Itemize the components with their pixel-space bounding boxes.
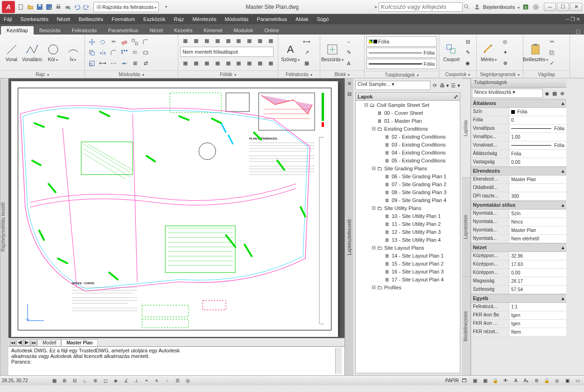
prop-row[interactable]: FKR ikon ...Igen <box>471 320 566 328</box>
util1-icon[interactable]: ◎ <box>500 37 510 47</box>
prop-row[interactable]: Fólia0 <box>471 116 566 125</box>
prop-row[interactable]: Elrendezé...Master Plan <box>471 175 566 184</box>
sheetset-combo[interactable]: Civil Sample... ▾ <box>355 81 430 90</box>
layer8-icon[interactable]: ▦ <box>255 35 265 46</box>
tree-row[interactable]: 🗎17 - Site Layout Plan 4 <box>356 275 460 283</box>
prop-row[interactable]: FKR nézet...Nem <box>471 328 566 336</box>
sb-clean-icon[interactable]: ▭ <box>573 377 582 385</box>
reverse-icon[interactable]: ⇄ <box>141 58 151 69</box>
tab-model[interactable]: Modell <box>37 339 61 346</box>
layer-b8-icon[interactable]: ▦ <box>255 58 265 68</box>
sb-tpy-icon[interactable]: ▫ <box>162 377 172 385</box>
prop-row[interactable]: FKR ikon BeIgen <box>471 311 566 320</box>
array-icon[interactable] <box>119 48 129 58</box>
refresh-sheets-icon[interactable]: ⟳ <box>431 82 438 89</box>
prop-section-header[interactable]: Elrendezés▴ <box>471 167 566 175</box>
search-input[interactable] <box>379 2 463 12</box>
layer4-icon[interactable]: ▦ <box>212 35 223 46</box>
tree-row[interactable]: 🗎02 - Existing Conditions <box>356 133 460 140</box>
tree-row[interactable]: 🗎16 - Site Layout Plan 3 <box>356 267 460 275</box>
layer2-icon[interactable]: ▦ <box>191 35 201 46</box>
layer5-icon[interactable]: ▦ <box>223 35 233 46</box>
prop-section-header[interactable]: Általános▴ <box>471 99 566 108</box>
ungroup-icon[interactable]: ⊟ <box>463 37 473 47</box>
app-icon[interactable]: A <box>2 1 15 13</box>
prop-section-header[interactable]: Nyomtatási stílus▴ <box>471 201 566 210</box>
menu-insert[interactable]: Beillesztés <box>78 16 103 22</box>
prop-row[interactable]: Nyomtatá...Nincs <box>471 218 566 226</box>
prop-section-header[interactable]: Nézet▴ <box>471 243 566 252</box>
match-icon[interactable]: ✓ <box>547 58 557 69</box>
workspace-combo[interactable]: Rajzolás és feliratozás <box>93 2 159 12</box>
menu-draw[interactable]: Rajz <box>174 16 184 22</box>
menu-help[interactable]: Súgó <box>317 16 329 22</box>
prop-row[interactable]: ÁtlátszóságFólia <box>471 150 566 158</box>
ribbon-collapse-icon[interactable]: ▢ <box>576 28 583 35</box>
tree-row[interactable]: 🗎10 - Site Utility Plan 1 <box>356 212 460 220</box>
layer-b4-icon[interactable]: ▦ <box>212 58 223 68</box>
sb-qvl-icon[interactable]: ▦ <box>480 377 490 385</box>
prop-row[interactable]: Nyomtatá...Master Plan <box>471 226 566 235</box>
sheetset-rail1[interactable]: Laplista <box>462 78 471 177</box>
close-button[interactable]: ✕ <box>570 3 582 11</box>
prop-row[interactable]: Vastagság0.00 <box>471 158 566 167</box>
chamfer-icon[interactable] <box>108 48 119 58</box>
tree-row[interactable]: 🗎12 - Site Utility Plan 3 <box>356 228 460 236</box>
sb-qv-icon[interactable]: ▦ <box>470 377 479 385</box>
rotate-icon[interactable] <box>98 37 108 47</box>
redo-icon[interactable] <box>82 3 91 11</box>
tree-row[interactable]: ⊟🗀Site Layout Plans <box>356 244 460 252</box>
sb-osnap-icon[interactable]: ◻ <box>101 377 110 385</box>
measure-button[interactable]: Mérés <box>478 42 499 63</box>
prop-row[interactable]: Középpon...0.00 <box>471 269 566 277</box>
menu-window[interactable]: Ablak <box>296 16 309 22</box>
prop-row[interactable]: Vonalvast...Fólia <box>471 141 566 150</box>
sb-lock-icon[interactable]: 🔒 <box>542 377 551 385</box>
prop-row[interactable]: Szélesség57.54 <box>471 286 566 294</box>
sb-hw-icon[interactable]: ◎ <box>552 377 562 385</box>
login-icon[interactable] <box>473 3 481 11</box>
layer7-icon[interactable]: ▦ <box>244 35 254 46</box>
tree-row[interactable]: 🗎13 - Site Utility Plan 4 <box>356 236 460 244</box>
rtab-online[interactable]: Online <box>259 26 285 35</box>
layer-b5-icon[interactable]: ▦ <box>223 58 233 68</box>
menu-parametric[interactable]: Parametrikus <box>257 16 287 22</box>
sb-lwt-icon[interactable]: ≡ <box>152 377 162 385</box>
maximize-button[interactable]: ☐ <box>557 3 569 11</box>
command-line[interactable]: Autodesk DWG. Ez a fájl egy TrustedDWG, … <box>8 346 345 375</box>
prop-row[interactable]: Nyomtatá...Nem elérhető <box>471 235 566 243</box>
qat-expand-icon[interactable] <box>162 3 170 11</box>
menu-modify[interactable]: Módosítás <box>225 16 249 22</box>
join-icon[interactable] <box>119 58 129 69</box>
mdi-close-icon[interactable]: ✕ <box>576 16 580 22</box>
explode-icon[interactable] <box>130 37 140 47</box>
group-button[interactable]: Csoport <box>441 42 462 63</box>
tab-next-icon[interactable]: ▶ <box>23 339 30 346</box>
save-icon[interactable] <box>35 3 44 11</box>
minimize-button[interactable]: ─ <box>544 3 556 11</box>
line-button[interactable]: Vonal <box>2 42 21 63</box>
prop-row[interactable]: SzínFólia <box>471 108 566 116</box>
attr-icon[interactable]: A <box>344 58 354 69</box>
props-select-combo[interactable]: Nincs kiválasztá ▾ <box>472 89 543 98</box>
layer-b3-icon[interactable]: ▦ <box>202 58 212 68</box>
publish-icon[interactable]: 🖶 <box>439 82 445 89</box>
pickadd-icon[interactable]: ⊕ <box>559 90 565 97</box>
sheetset-rail4[interactable]: Lapkészletkezelő <box>347 219 352 255</box>
sb-infer-icon[interactable]: ▦ <box>49 377 59 385</box>
insert-button[interactable]: Beszúrás <box>322 42 343 63</box>
tree-row[interactable]: 🗎04 - Existing Conditions <box>356 148 460 156</box>
prop-row[interactable]: Oldalbeáll... <box>471 184 566 192</box>
prop-row[interactable]: DPI raszte...300 <box>471 192 566 201</box>
cmd-scrollbar[interactable] <box>335 348 342 374</box>
move-icon[interactable] <box>87 37 97 47</box>
color-combo[interactable]: Fólia <box>366 36 437 47</box>
trim-icon[interactable]: ✂ <box>108 37 119 47</box>
plot-icon[interactable] <box>63 3 72 11</box>
rtab-manage[interactable]: Kezelés <box>169 26 198 35</box>
mdi-minimize-icon[interactable]: ─ <box>566 16 570 22</box>
align-icon[interactable]: ⊞ <box>130 58 140 69</box>
menu-tools[interactable]: Eszközök <box>143 16 165 22</box>
tree-row[interactable]: ⊟🗀Existing Conditions <box>356 125 460 133</box>
help-icon[interactable]: ? <box>532 3 540 11</box>
